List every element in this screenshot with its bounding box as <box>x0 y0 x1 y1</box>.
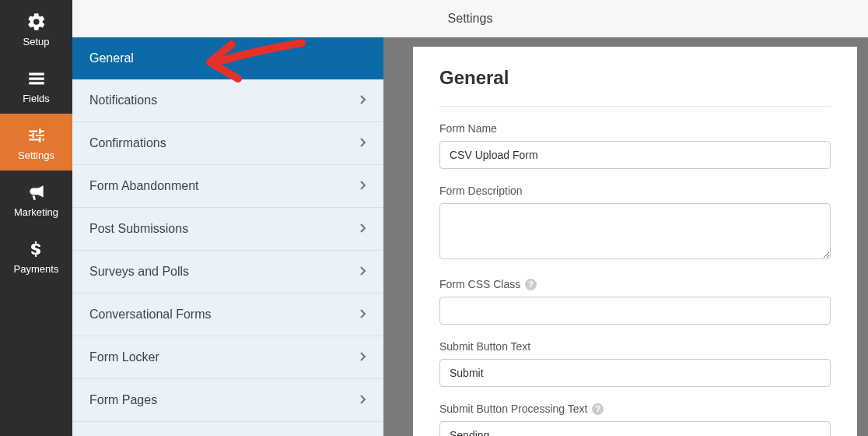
field-form-css-class: Form CSS Class ? <box>439 278 831 325</box>
settings-item-post-submissions[interactable]: Post Submissions <box>72 208 383 251</box>
sidebar-item-fields[interactable]: Fields <box>0 57 72 114</box>
settings-item-label: General <box>89 51 134 65</box>
field-label: Form CSS Class ? <box>439 278 831 290</box>
sidebar-item-payments[interactable]: Payments <box>0 227 72 284</box>
gap-column <box>383 37 413 436</box>
settings-item-label: Confirmations <box>89 136 166 150</box>
settings-item-label: Surveys and Polls <box>89 265 189 279</box>
settings-item-surveys-polls[interactable]: Surveys and Polls <box>72 251 383 294</box>
chevron-right-icon <box>360 393 366 407</box>
chevron-right-icon <box>360 350 366 364</box>
label-text: Submit Button Processing Text <box>439 403 587 415</box>
admin-sidebar: Setup Fields Settings Marketing Payments <box>0 0 72 436</box>
submit-button-processing-input[interactable] <box>439 421 831 436</box>
sidebar-item-label: Marketing <box>14 206 58 218</box>
gear-icon <box>26 11 47 33</box>
bullhorn-icon <box>26 181 47 203</box>
sidebar-item-marketing[interactable]: Marketing <box>0 171 72 227</box>
label-text: Form CSS Class <box>439 278 520 290</box>
help-icon[interactable]: ? <box>592 403 604 415</box>
submit-button-text-input[interactable] <box>439 359 831 387</box>
settings-item-label: Post Submissions <box>89 222 188 236</box>
form-description-input[interactable] <box>439 203 831 259</box>
field-label: Submit Button Text <box>439 340 831 353</box>
settings-item-form-pages[interactable]: Form Pages <box>72 379 383 422</box>
sidebar-item-label: Payments <box>14 263 59 275</box>
form-panel: General Form Name Form Description Form … <box>413 47 857 436</box>
chevron-right-icon <box>360 222 366 236</box>
page-header: Settings <box>72 0 868 37</box>
field-label: Form Description <box>439 185 831 197</box>
settings-item-notifications[interactable]: Notifications <box>72 79 383 122</box>
panel-heading: General <box>439 67 831 107</box>
content-row: General Notifications Confirmations Form… <box>72 37 868 436</box>
sidebar-item-label: Setup <box>23 36 50 47</box>
list-icon <box>26 68 47 90</box>
settings-item-form-abandonment[interactable]: Form Abandonment <box>72 165 383 208</box>
settings-item-label: Notifications <box>89 93 157 107</box>
settings-item-label: Form Locker <box>89 350 159 364</box>
form-name-input[interactable] <box>439 141 831 169</box>
sliders-icon <box>26 125 47 146</box>
field-submit-button-processing: Submit Button Processing Text ? <box>439 403 831 436</box>
field-form-description: Form Description <box>439 185 831 262</box>
page-title: Settings <box>448 12 493 26</box>
sidebar-item-setup[interactable]: Setup <box>0 0 72 57</box>
settings-sidebar: General Notifications Confirmations Form… <box>72 37 383 436</box>
settings-item-label: Form Pages <box>89 393 157 407</box>
main-area: Settings General Notifications Confirmat… <box>72 0 868 436</box>
chevron-right-icon <box>360 265 366 279</box>
dollar-icon <box>26 238 47 260</box>
field-label: Submit Button Processing Text ? <box>439 403 831 415</box>
sidebar-item-label: Settings <box>18 149 54 161</box>
chevron-right-icon <box>360 93 366 107</box>
settings-item-label: Form Abandonment <box>89 179 199 193</box>
chevron-right-icon <box>360 136 366 150</box>
sidebar-item-settings[interactable]: Settings <box>0 114 72 171</box>
settings-item-general[interactable]: General <box>72 37 383 79</box>
settings-item-conversational-forms[interactable]: Conversational Forms <box>72 294 383 336</box>
help-icon[interactable]: ? <box>525 279 537 290</box>
chevron-right-icon <box>360 308 366 322</box>
settings-item-confirmations[interactable]: Confirmations <box>72 122 383 165</box>
settings-item-label: Conversational Forms <box>89 308 212 322</box>
settings-item-form-locker[interactable]: Form Locker <box>72 336 383 379</box>
form-css-class-input[interactable] <box>439 297 831 325</box>
field-submit-button-text: Submit Button Text <box>439 340 831 387</box>
sidebar-item-label: Fields <box>23 93 50 104</box>
field-label: Form Name <box>439 122 831 135</box>
chevron-right-icon <box>360 179 366 193</box>
field-form-name: Form Name <box>439 122 831 169</box>
